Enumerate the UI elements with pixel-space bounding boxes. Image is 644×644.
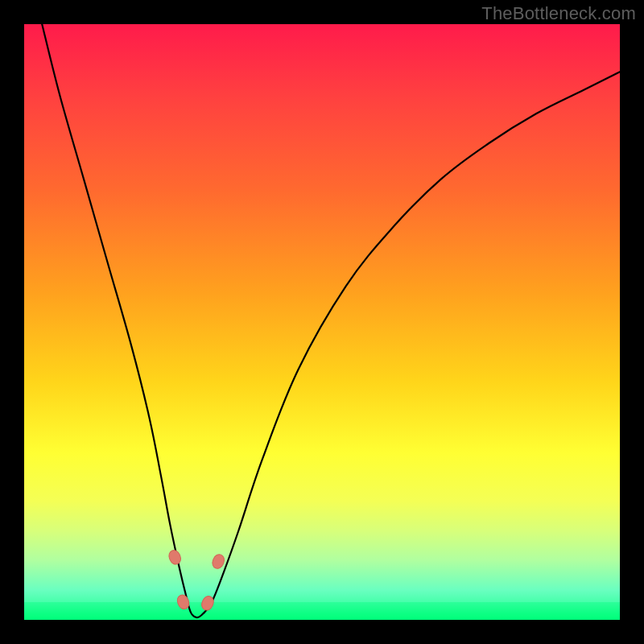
- curve-layer: [24, 24, 620, 620]
- trough-bead: [167, 548, 183, 566]
- bottleneck-curve: [42, 24, 620, 617]
- trough-bead: [200, 594, 215, 612]
- chart-stage: TheBottleneck.com: [0, 0, 644, 644]
- attribution-text: TheBottleneck.com: [481, 3, 636, 24]
- plot-area: [24, 24, 620, 620]
- trough-beads: [167, 548, 226, 612]
- trough-bead: [211, 553, 226, 571]
